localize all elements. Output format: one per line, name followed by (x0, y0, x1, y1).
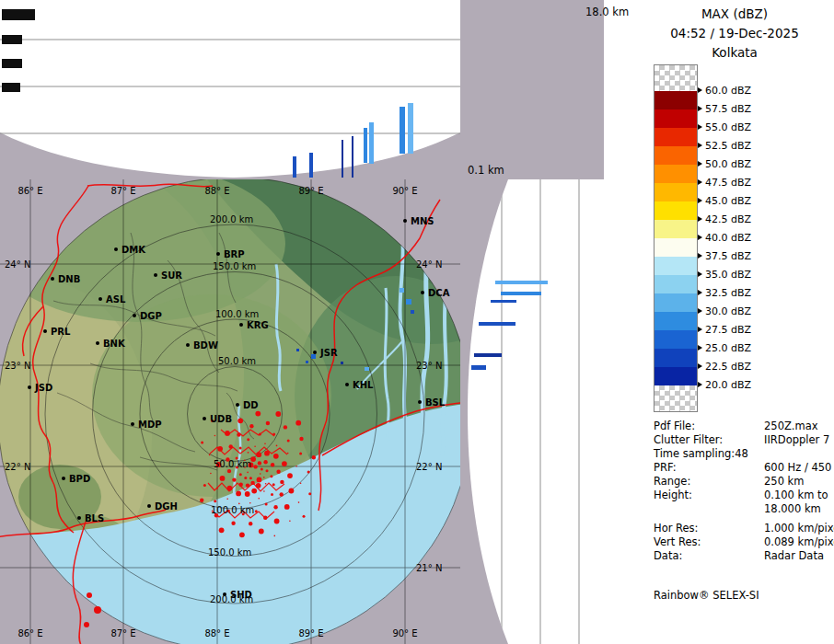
svg-text:87° E: 87° E (110, 186, 135, 196)
svg-text:MDP: MDP (138, 420, 162, 430)
colorbar-cell (654, 293, 697, 312)
scale-label: 57.5 dBZ (705, 103, 751, 115)
colorbar-cell (654, 312, 697, 330)
scale-label: 50.0 dBZ (705, 158, 751, 170)
scale-tick-icon (698, 363, 702, 369)
info-row: Height:0.100 km to (654, 489, 834, 502)
svg-text:JSD: JSD (34, 383, 52, 393)
software-brand: Rainbow® SELEX-SI (654, 589, 759, 602)
scale-label: 52.5 dBZ (705, 140, 751, 152)
colorbar-cell (654, 109, 697, 128)
colorbar-cell (654, 275, 697, 293)
svg-text:DGP: DGP (140, 311, 162, 321)
svg-text:89° E: 89° E (298, 628, 323, 638)
svg-text:22° N: 22° N (5, 462, 30, 472)
scale-label: 27.5 dBZ (705, 324, 751, 336)
colorbar-overflow-low (654, 385, 697, 411)
colorbar-cell (654, 220, 697, 238)
svg-text:88° E: 88° E (204, 186, 229, 196)
scale-label: 37.5 dBZ (705, 250, 751, 262)
scale-tick-icon (698, 87, 702, 93)
svg-text:150.0 km: 150.0 km (208, 547, 251, 558)
scale-tick-icon (698, 308, 702, 314)
scale-label: 40.0 dBZ (705, 232, 751, 244)
colorbar-cell (654, 91, 697, 109)
info-row: Data:Radar Data (654, 549, 834, 563)
svg-text:BPD: BPD (69, 474, 90, 484)
top-panel-plot-area (0, 0, 460, 178)
scale-label: 45.0 dBZ (705, 195, 751, 207)
colorbar-cell (654, 128, 697, 146)
svg-text:86° E: 86° E (17, 628, 42, 638)
svg-text:21° N: 21° N (416, 563, 442, 573)
scale-label: 55.0 dBZ (705, 121, 751, 133)
svg-text:BSL: BSL (425, 397, 446, 408)
svg-text:87° E: 87° E (110, 628, 135, 638)
svg-text:DCA: DCA (428, 288, 450, 298)
colorbar-cell (654, 201, 697, 220)
svg-text:200.0 km: 200.0 km (210, 214, 253, 224)
scale-tick-icon (698, 345, 702, 351)
colorbar-cell (654, 330, 697, 349)
svg-text:DMK: DMK (122, 245, 146, 255)
scale-tick-icon (698, 143, 702, 148)
scale-tick-icon (698, 198, 702, 203)
svg-text:88° E: 88° E (204, 628, 229, 638)
info-row: 18.000 km (654, 502, 834, 516)
svg-text:100.0 km: 100.0 km (215, 309, 259, 319)
colorbar-cell (654, 349, 697, 367)
height-axis-max-label: 18.0 km (585, 6, 629, 18)
scale-label: 32.5 dBZ (705, 287, 751, 299)
colorbar-cell (654, 238, 697, 257)
svg-text:JSR: JSR (319, 348, 338, 358)
product-header: MAX (dBZ) 04:52 / 19-Dec-2025 Kolkata (604, 5, 834, 63)
colorbar-cell (654, 257, 697, 275)
colorbar-cell (654, 183, 697, 201)
svg-text:24° N: 24° N (5, 259, 30, 270)
svg-text:DGH: DGH (155, 501, 178, 512)
legend-panel: MAX (dBZ) 04:52 / 19-Dec-2025 Kolkata (604, 0, 834, 644)
scale-tick-icon (698, 235, 702, 240)
info-row: Time sampling:48 (654, 447, 834, 461)
svg-text:KRG: KRG (247, 320, 269, 330)
svg-text:DNB: DNB (58, 274, 80, 284)
svg-text:MNS: MNS (411, 216, 434, 226)
scale-tick-icon (698, 382, 702, 387)
vertical-projection-right-panel (460, 179, 604, 644)
colorbar-cell (654, 367, 697, 385)
info-row: Vert Res:0.089 km/pixel (654, 535, 834, 549)
svg-text:90° E: 90° E (392, 628, 417, 638)
svg-text:150.0 km: 150.0 km (213, 261, 256, 271)
svg-text:22° N: 22° N (416, 462, 442, 472)
scale-label: 20.0 dBZ (705, 379, 751, 391)
info-row: Pdf File:250Z.max (654, 420, 834, 433)
colorbar-cell (654, 165, 697, 183)
scale-label: 25.0 dBZ (705, 342, 751, 354)
scale-label: 30.0 dBZ (705, 305, 751, 317)
svg-text:DD: DD (243, 400, 259, 410)
corner-panel: 0.1 km (460, 0, 604, 179)
svg-text:ASL: ASL (106, 294, 126, 305)
scale-label: 22.5 dBZ (705, 361, 751, 373)
svg-text:BDW: BDW (193, 340, 218, 351)
scale-tick-icon (698, 124, 702, 130)
svg-text:SUR: SUR (161, 270, 182, 281)
scale-tick-icon (698, 253, 702, 259)
info-row: PRF:600 Hz / 450 Hz (654, 461, 834, 475)
info-row: Range:250 km (654, 475, 834, 489)
svg-text:23° N: 23° N (5, 361, 30, 371)
station-name: Kolkata (635, 43, 834, 63)
svg-text:BNK: BNK (103, 339, 126, 349)
svg-text:23° N: 23° N (416, 361, 442, 371)
product-name: MAX (dBZ) (635, 5, 834, 24)
svg-text:PRL: PRL (51, 327, 71, 337)
scale-label: 35.0 dBZ (705, 269, 751, 281)
svg-text:BLS: BLS (85, 513, 104, 523)
svg-text:UDB: UDB (210, 414, 232, 424)
right-panel-plot-area (468, 179, 604, 644)
svg-text:100.0 km: 100.0 km (211, 505, 254, 515)
svg-text:86° E: 86° E (17, 186, 42, 196)
reflectivity-colorbar (654, 64, 698, 412)
product-info-block: Pdf File:250Z.max Clutter Filter:IIRDopp… (654, 420, 834, 563)
scale-tick-icon (698, 161, 702, 167)
